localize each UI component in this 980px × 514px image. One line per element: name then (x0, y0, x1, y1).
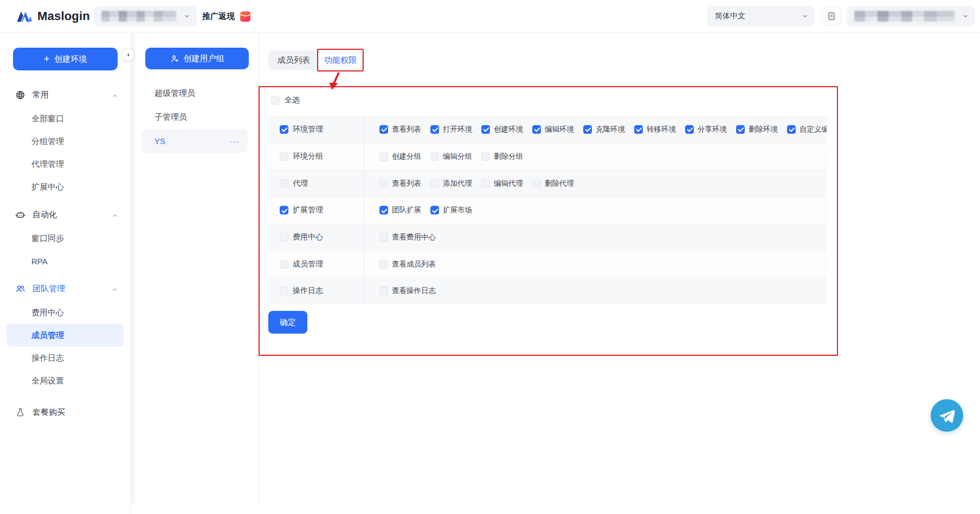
telegram-button[interactable] (931, 399, 963, 432)
chevron-down-icon (962, 13, 969, 19)
permission-label: 添加代理 (443, 179, 472, 188)
user-account-dropdown[interactable] (847, 6, 975, 27)
permission-category-checkbox[interactable] (280, 152, 288, 161)
permission-items-cell: 创建分组编辑分组删除分组 (364, 144, 827, 170)
permission-item: 查看费用中心 (379, 232, 436, 242)
permission-checkbox[interactable] (583, 125, 592, 134)
tab-member-list[interactable]: 成员列表 (270, 52, 318, 68)
collapse-panel-button[interactable] (121, 48, 134, 61)
permission-row: 成员管理查看成员列表 (268, 250, 827, 277)
permission-item: 删除代理 (532, 179, 574, 188)
permission-category-checkbox[interactable] (280, 287, 288, 295)
language-selector[interactable]: 简体中文 (707, 6, 815, 27)
permission-row: 环境管理查看列表打开环境创建环境编辑环境克隆环境转移环境分享环境删除环境自定义编… (268, 116, 827, 143)
permission-item: 编辑分组 (430, 152, 472, 161)
panel-gap (131, 32, 135, 504)
sidebar-item[interactable]: 代理管理 (0, 153, 130, 175)
permission-category-checkbox[interactable] (280, 260, 288, 269)
permission-row: 环境分组创建分组编辑分组删除分组 (268, 143, 827, 170)
permission-checkbox[interactable] (379, 179, 388, 188)
sidebar-section-header[interactable]: 常用 (0, 82, 130, 107)
sidebar-item[interactable]: 费用中心 (0, 301, 130, 324)
create-user-group-button[interactable]: 创建用户组 (145, 48, 249, 69)
permission-checkbox[interactable] (532, 125, 541, 134)
permission-item: 扩展市场 (430, 205, 472, 215)
permission-row: 扩展管理团队扩展扩展市场 (268, 197, 827, 224)
permission-category-label: 环境分组 (293, 152, 323, 161)
telegram-paper-plane-icon (938, 407, 956, 424)
select-all-checkbox[interactable] (271, 96, 280, 105)
permission-checkbox[interactable] (634, 125, 643, 134)
confirm-button[interactable]: 确定 (268, 311, 307, 334)
permission-checkbox[interactable] (430, 125, 439, 134)
permission-checkbox[interactable] (379, 152, 388, 161)
permissions-table: 环境管理查看列表打开环境创建环境编辑环境克隆环境转移环境分享环境删除环境自定义编… (268, 116, 827, 304)
sidebar-section-header[interactable]: 自动化 (0, 202, 130, 227)
permission-items-cell: 查看费用中心 (364, 224, 827, 251)
sidebar-footer-label: 套餐购买 (33, 407, 65, 418)
permission-item: 团队扩展 (379, 205, 421, 215)
permission-item: 克隆环境 (583, 125, 625, 134)
user-group-item[interactable]: YS··· (142, 129, 248, 153)
permission-checkbox[interactable] (379, 206, 388, 214)
permission-item: 添加代理 (430, 179, 472, 188)
sidebar-item[interactable]: 全局设置 (0, 369, 130, 392)
permission-label: 创建环境 (494, 125, 523, 134)
permission-checkbox[interactable] (430, 152, 439, 161)
permission-checkbox[interactable] (481, 179, 490, 188)
sidebar-menu: 常用全部窗口分组管理代理管理扩展中心自动化窗口同步RPA团队管理费用中心成员管理… (0, 82, 130, 425)
tab-function-permissions[interactable]: 功能权限 (319, 52, 362, 68)
sidebar-item[interactable]: 扩展中心 (0, 175, 130, 198)
permission-checkbox[interactable] (379, 233, 388, 242)
permission-checkbox[interactable] (379, 125, 388, 134)
annotation-arrow-icon (325, 72, 346, 92)
permission-category-checkbox[interactable] (280, 125, 288, 134)
permission-checkbox[interactable] (430, 206, 439, 214)
permission-item: 创建分组 (379, 152, 421, 161)
sidebar-item[interactable]: 全部窗口 (0, 107, 130, 130)
chevron-down-icon (184, 13, 190, 19)
person-add-icon (170, 54, 179, 63)
permission-items-cell: 查看列表添加代理编辑代理删除代理 (364, 170, 827, 197)
permission-checkbox[interactable] (685, 125, 694, 134)
user-group-label: YS (154, 136, 165, 146)
sidebar-item[interactable]: 分组管理 (0, 130, 130, 153)
permission-row: 费用中心查看费用中心 (268, 224, 827, 251)
permission-category-checkbox[interactable] (280, 233, 288, 242)
permission-category-checkbox[interactable] (280, 206, 288, 214)
permission-item: 自定义编号 (787, 125, 827, 134)
more-options-icon[interactable]: ··· (229, 136, 239, 146)
permission-checkbox[interactable] (430, 179, 439, 188)
permission-checkbox[interactable] (481, 152, 490, 161)
flask-icon (15, 407, 25, 418)
permission-checkbox[interactable] (532, 179, 541, 188)
document-button[interactable] (822, 6, 841, 26)
user-group-item[interactable]: 超级管理员 (135, 81, 259, 105)
create-environment-label: 创建环境 (54, 54, 87, 64)
team-selector-dropdown[interactable] (94, 6, 197, 27)
permission-item: 转移环境 (634, 125, 676, 134)
robot-icon (15, 210, 25, 220)
sidebar-item[interactable]: 操作日志 (0, 347, 130, 369)
permission-checkbox[interactable] (787, 125, 796, 134)
sidebar-item-packages[interactable]: 套餐购买 (0, 400, 130, 425)
permission-category-checkbox[interactable] (280, 179, 288, 188)
user-group-list: 超级管理员子管理员YS··· (135, 81, 259, 153)
select-all-row: 全选 (271, 95, 300, 105)
user-group-item[interactable]: 子管理员 (135, 105, 259, 129)
user-groups-panel: 创建用户组 超级管理员子管理员YS··· (135, 32, 259, 504)
permission-checkbox[interactable] (481, 125, 490, 134)
permission-category-cell: 费用中心 (268, 224, 364, 251)
sidebar-item[interactable]: 成员管理 (7, 324, 124, 347)
sidebar-item[interactable]: 窗口同步 (0, 227, 130, 250)
permission-checkbox[interactable] (379, 287, 388, 295)
create-environment-button[interactable]: + 创建环境 (13, 48, 118, 70)
permission-checkbox[interactable] (379, 260, 388, 269)
permission-checkbox[interactable] (736, 125, 745, 134)
sidebar-section-header[interactable]: 团队管理 (0, 276, 130, 301)
promo-cashback-link[interactable]: 推广返现 (202, 0, 252, 32)
permission-label: 克隆环境 (596, 125, 625, 134)
permission-category-label: 费用中心 (293, 232, 323, 242)
sidebar-item[interactable]: RPA (0, 250, 130, 272)
permission-category-label: 扩展管理 (293, 205, 323, 215)
